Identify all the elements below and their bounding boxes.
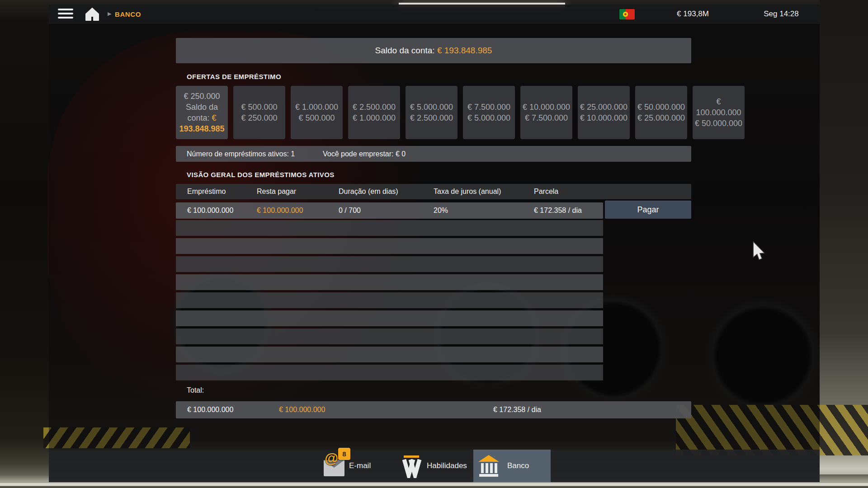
offer-cost: € 2.500.000 <box>410 113 453 123</box>
tab-bank-active[interactable]: Banco <box>473 450 551 482</box>
portugal-flag-icon <box>619 9 635 19</box>
at-icon: @ <box>325 450 338 467</box>
offer-cost: € 7.500.000 <box>525 113 568 123</box>
account-balance-bar: Saldo da conta: € 193.848.985 <box>176 38 691 63</box>
offer-amount: € 100.000.000 <box>693 96 744 118</box>
loan-offer-tile[interactable]: € 7.500.000€ 5.000.000 <box>463 86 515 139</box>
table-empty-row <box>176 328 603 344</box>
loans-total-bar: € 100.000.000 € 100.000.000 € 172.358 / … <box>176 401 691 418</box>
table-empty-row <box>176 274 603 290</box>
loan-offer-tile-hovered[interactable]: € 250.000 Saldo da conta: € 193.848.985 <box>176 86 228 139</box>
loans-empty-rows <box>176 220 603 383</box>
breadcrumb-arrow-icon: ▶ <box>108 11 111 17</box>
offer-amount: € 10.000.000 <box>523 102 570 113</box>
offer-amount: € 250.000 <box>184 91 220 102</box>
loan-offer-tile[interactable]: € 500.000€ 250.000 <box>233 86 285 139</box>
loan-offer-tile[interactable]: € 100.000.000€ 50.000.000 <box>693 86 745 139</box>
offer-cost: € 10.000.000 <box>580 113 627 123</box>
total-installment: € 172.358 / dia <box>493 401 541 418</box>
floor-line <box>0 483 868 486</box>
loan-interest: 20% <box>434 202 448 219</box>
balance-value: € 193.848.985 <box>437 46 492 55</box>
can-borrow-amount: Você pode emprestar: € 0 <box>323 146 406 162</box>
offer-amount: € 1.000.000 <box>295 102 338 113</box>
player-money: € 193,8M <box>646 9 709 19</box>
tooltip-balance-line1: Saldo da <box>186 102 218 113</box>
floor-edge <box>0 486 868 488</box>
offer-amount: € 50.000.000 <box>637 102 685 113</box>
offer-amount: € 500.000 <box>241 102 277 113</box>
total-label: Total: <box>187 386 204 394</box>
loan-installment: € 172.358 / dia <box>534 202 582 219</box>
home-icon[interactable] <box>85 8 99 21</box>
loan-offer-tile[interactable]: € 10.000.000€ 7.500.000 <box>520 86 572 139</box>
balance-label: Saldo da conta: <box>375 46 437 55</box>
mouse-cursor-icon <box>752 241 767 264</box>
offer-cost: € 1.000.000 <box>353 113 396 123</box>
loan-offer-tile[interactable]: € 5.000.000€ 2.500.000 <box>406 86 458 139</box>
total-remaining: € 100.000.000 <box>279 401 325 418</box>
loan-status-bar: Número de empréstimos ativos: 1 Você pod… <box>176 146 691 162</box>
table-empty-row <box>176 256 603 272</box>
loan-offer-tile[interactable]: € 2.500.000€ 1.000.000 <box>348 86 400 139</box>
bank-panel: Saldo da conta: € 193.848.985 OFERTAS DE… <box>49 24 820 450</box>
tab-email-label: E-mail <box>349 450 371 482</box>
email-badge: 8 <box>338 448 350 460</box>
col-installment: Parcela <box>534 184 558 199</box>
active-loans-title: VISÃO GERAL DOS EMPRÉSTIMOS ATIVOS <box>187 171 335 178</box>
col-duration: Duração (em dias) <box>339 184 398 199</box>
loans-table-header: Empréstimo Resta pagar Duração (em dias)… <box>176 184 691 199</box>
loan-duration: 0 / 700 <box>339 202 361 219</box>
table-empty-row <box>176 310 603 326</box>
tab-email[interactable]: @ 8 E-mail <box>320 450 406 482</box>
loan-amount: € 100.000.000 <box>187 202 233 219</box>
col-interest: Taxa de juros (anual) <box>434 184 501 199</box>
offer-cost: € 500.000 <box>298 113 335 123</box>
col-remaining: Resta pagar <box>257 184 296 199</box>
table-empty-row <box>176 365 603 380</box>
loan-remaining: € 100.000.000 <box>257 202 303 219</box>
table-empty-row <box>176 238 603 254</box>
offer-amount: € 2.500.000 <box>353 102 396 113</box>
loan-offers-row: € 250.000 Saldo da conta: € 193.848.985 … <box>176 86 745 139</box>
tab-skills[interactable]: Habilidades <box>397 450 483 482</box>
table-empty-row <box>176 292 603 308</box>
bottom-dock: Banco @ 8 E-mail Habilidades <box>49 450 820 482</box>
breadcrumb[interactable]: BANCO <box>115 10 141 18</box>
top-bar: ▶ BANCO € 193,8M Seg 14:28 <box>49 5 820 24</box>
loan-offer-tile[interactable]: € 25.000.000€ 10.000.000 <box>578 86 630 139</box>
skills-icon <box>401 455 422 480</box>
game-time: Seg 14:28 <box>747 9 815 19</box>
menu-icon[interactable] <box>58 9 73 20</box>
table-empty-row <box>176 220 603 236</box>
pay-button[interactable]: Pagar <box>605 201 691 219</box>
offer-cost: € 5.000.000 <box>467 113 510 123</box>
offer-cost: € 50.000.000 <box>695 118 742 129</box>
loan-offer-tile[interactable]: € 1.000.000€ 500.000 <box>291 86 343 139</box>
tooltip-balance-value: 193.848.985 <box>179 123 224 134</box>
offer-amount: € 7.500.000 <box>467 102 510 113</box>
tab-skills-label: Habilidades <box>427 450 467 482</box>
loan-table-row: € 100.000.000 € 100.000.000 0 / 700 20% … <box>176 202 603 219</box>
offer-cost: € 25.000.000 <box>637 113 685 123</box>
offer-amount: € 5.000.000 <box>410 102 453 113</box>
tooltip-balance-line2: conta: € <box>187 113 216 123</box>
offer-cost: € 250.000 <box>241 113 277 123</box>
col-loan: Empréstimo <box>187 184 226 199</box>
active-loans-count: Número de empréstimos ativos: 1 <box>187 146 295 162</box>
tab-bank-label: Banco <box>507 450 529 482</box>
loan-offer-tile[interactable]: € 50.000.000€ 25.000.000 <box>635 86 687 139</box>
loan-offers-title: OFERTAS DE EMPRÉSTIMO <box>187 73 281 80</box>
offer-amount: € 25.000.000 <box>580 102 627 113</box>
total-loan: € 100.000.000 <box>187 401 233 418</box>
table-empty-row <box>176 347 603 362</box>
trailer-piece <box>825 269 868 354</box>
